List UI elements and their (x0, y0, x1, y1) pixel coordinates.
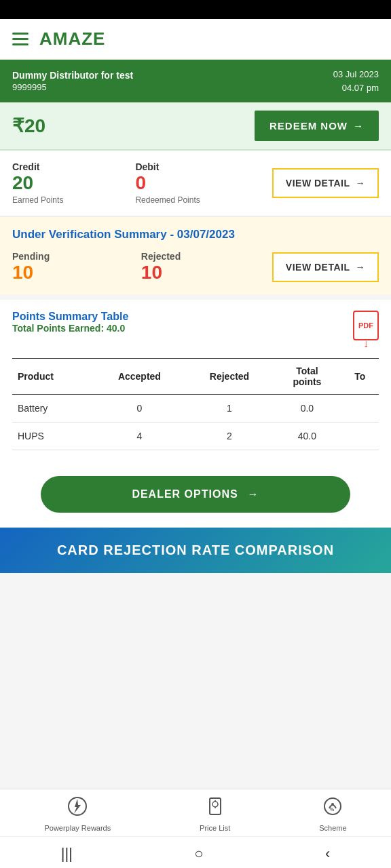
table-row: Battery010.0 (12, 395, 379, 422)
nav-label-scheme: Scheme (319, 824, 346, 832)
rejection-banner-text: CARD REJECTION RATE COMPARISON (12, 542, 379, 558)
verification-section: Under Verification Summary - 03/07/2023 … (0, 216, 391, 294)
debit-label: Debit (135, 161, 200, 172)
credit-sublabel: Earned Points (12, 195, 63, 205)
date-info: 03 Jul 2023 04.07 pm (333, 68, 379, 94)
verification-title: Under Verification Summary - 03/07/2023 (12, 228, 379, 241)
brand-name: AMAZE (39, 28, 105, 50)
android-recent-icon[interactable]: ||| (61, 845, 73, 863)
dealer-options-button[interactable]: DEALER OPTIONS → (41, 476, 350, 513)
android-home-icon[interactable]: ○ (194, 845, 203, 863)
table-cell (341, 395, 379, 422)
col-header-to: To (341, 359, 379, 395)
table-cell: 2 (186, 422, 274, 450)
col-header-total-points: Total points (273, 359, 341, 395)
pending-value: 10 (12, 262, 50, 283)
nav-item-price-list[interactable]: Price List (200, 796, 230, 832)
android-back-icon[interactable]: ‹ (325, 845, 330, 863)
rejected-col: Rejected 10 (141, 251, 181, 283)
distributor-name: Dummy Distributor for test (12, 70, 133, 81)
table-cell: 40.0 (273, 422, 341, 450)
summary-total-label: Total Points Earned: (12, 323, 104, 334)
table-cell: 4 (93, 422, 186, 450)
svg-text:%: % (330, 807, 335, 812)
points-view-detail-label: VIEW DETAIL (286, 178, 350, 189)
verification-view-detail-button[interactable]: VIEW DETAIL → (272, 252, 379, 282)
status-bar (0, 0, 391, 19)
svg-point-2 (212, 802, 218, 807)
header-banner: Dummy Distributor for test 9999995 03 Ju… (0, 60, 391, 102)
time: 04.07 pm (333, 81, 379, 95)
points-view-detail-arrow: → (356, 178, 366, 189)
dealer-options-label: DEALER OPTIONS (132, 488, 238, 500)
bottom-nav: Powerplay Rewards Price List % Scheme (0, 789, 391, 836)
credit-value: 20 (12, 172, 63, 194)
powerplay-icon (67, 796, 88, 821)
dealer-options-arrow: → (248, 488, 259, 500)
date: 03 Jul 2023 (333, 68, 379, 81)
distributor-info: Dummy Distributor for test 9999995 (12, 70, 133, 92)
redeem-now-label: REDEEM NOW (269, 120, 348, 132)
summary-table: Product Accepted Rejected Total points T… (12, 358, 379, 450)
verification-content: Pending 10 Rejected 10 VIEW DETAIL → (12, 251, 379, 283)
nav-label-price-list: Price List (200, 824, 230, 832)
rejected-label: Rejected (141, 251, 181, 262)
svg-point-5 (324, 798, 341, 814)
redeem-card: ₹20 REDEEM NOW → (0, 102, 391, 151)
summary-total: Total Points Earned: 40.0 (12, 323, 128, 334)
table-cell: 0 (93, 395, 186, 422)
table-header-row: Product Accepted Rejected Total points T… (12, 359, 379, 395)
table-cell: HUPS (12, 422, 93, 450)
summary-title: Points Summary Table (12, 311, 128, 323)
svg-point-6 (331, 803, 334, 806)
pending-label: Pending (12, 251, 50, 262)
nav-item-scheme[interactable]: % Scheme (319, 796, 346, 832)
verification-view-detail-label: VIEW DETAIL (286, 262, 350, 273)
dealer-options-section: DEALER OPTIONS → (0, 461, 391, 528)
table-cell: 0.0 (273, 395, 341, 422)
table-cell: 1 (186, 395, 274, 422)
table-cell: Battery (12, 395, 93, 422)
pdf-icon: PDF (353, 311, 379, 340)
redeem-amount: ₹20 (12, 115, 45, 137)
pdf-download-button[interactable]: PDF ↓ (353, 311, 379, 350)
credit-label: Credit (12, 161, 63, 172)
credit-col: Credit 20 Earned Points (12, 161, 63, 205)
hamburger-menu[interactable] (12, 33, 29, 45)
points-section: Credit 20 Earned Points Debit 0 Redeemed… (0, 151, 391, 216)
redeem-arrow-icon: → (353, 120, 364, 132)
summary-total-value: 40.0 (107, 323, 125, 334)
rejection-banner: CARD REJECTION RATE COMPARISON (0, 528, 391, 573)
summary-header-left: Points Summary Table Total Points Earned… (12, 311, 128, 334)
table-row: HUPS4240.0 (12, 422, 379, 450)
pending-col: Pending 10 (12, 251, 50, 283)
col-header-rejected: Rejected (186, 359, 274, 395)
debit-value: 0 (135, 172, 200, 194)
verification-view-detail-arrow: → (356, 262, 366, 273)
summary-header: Points Summary Table Total Points Earned… (12, 311, 379, 350)
table-cell (341, 422, 379, 450)
distributor-code: 9999995 (12, 82, 133, 92)
price-list-icon (205, 796, 225, 821)
nav-item-powerplay[interactable]: Powerplay Rewards (44, 796, 111, 832)
top-nav: AMAZE (0, 19, 391, 60)
summary-section: Points Summary Table Total Points Earned… (0, 300, 391, 461)
debit-sublabel: Redeemed Points (135, 195, 200, 205)
col-header-product: Product (12, 359, 93, 395)
rejected-value: 10 (141, 262, 181, 283)
debit-col: Debit 0 Redeemed Points (135, 161, 200, 205)
android-nav: ||| ○ ‹ (0, 836, 391, 868)
nav-label-powerplay: Powerplay Rewards (44, 824, 111, 832)
scheme-icon: % (322, 796, 343, 821)
col-header-accepted: Accepted (93, 359, 186, 395)
points-view-detail-button[interactable]: VIEW DETAIL → (272, 168, 379, 198)
redeem-now-button[interactable]: REDEEM NOW → (255, 111, 379, 141)
